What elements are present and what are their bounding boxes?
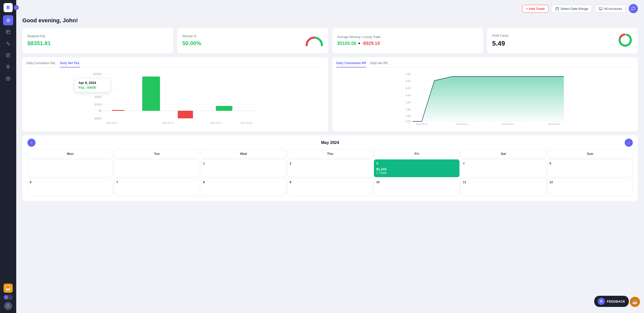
svg-text:2024-04-07: 2024-04-07 (106, 122, 118, 124)
svg-text:-$2000: -$2000 (94, 117, 102, 120)
svg-rect-35 (178, 111, 193, 118)
chat-button[interactable] (629, 4, 638, 13)
cal-day-4[interactable]: 4 (460, 159, 546, 177)
rr-chart-tabs: Daily Cumulative RR Daily Net RR (336, 61, 634, 67)
cal-day-12[interactable]: 12 (547, 178, 633, 196)
realized-pnl-value: $8351.81 (27, 40, 51, 47)
cal-header-sun: Sun (547, 149, 633, 158)
pnl-chart-card: Daily Cumulative P&L Daily Net P&L Apr 8… (22, 57, 328, 131)
sidebar-expand-button[interactable]: › (14, 5, 19, 10)
winrate-gauge (305, 35, 323, 46)
svg-text:2024-04-14: 2024-04-14 (456, 123, 468, 125)
calendar-prev-button[interactable]: ‹ (27, 139, 36, 147)
cal-day-3[interactable]: 3 $1.21K 1 Trade (374, 159, 459, 177)
coffee-button[interactable]: ☕ (630, 297, 640, 307)
profit-factor-card: Profit Factor 5.49 (487, 28, 638, 53)
all-accounts-button[interactable]: All Accounts (595, 5, 626, 13)
rr-chart-card: Daily Cumulative RR Daily Net RR 7.00 6.… (332, 57, 638, 131)
tab-daily-cumulative-rr[interactable]: Daily Cumulative RR (336, 61, 366, 67)
cal-header-sat: Sat (460, 149, 546, 158)
realized-pnl-card: Realized P&L $8351.81 (22, 28, 173, 53)
cal-day-1[interactable]: 1 (201, 159, 286, 177)
calendar-grid: Mon Tue Wed Thu Fri Sat Sun 1 2 3 $1.21K… (27, 149, 633, 196)
svg-text:5.00: 5.00 (405, 87, 410, 90)
winrate-card: Winrate % 50.00% (177, 28, 328, 53)
calendar-card: ‹ May 2024 › Mon Tue Wed Thu Fri Sat Sun… (22, 135, 638, 201)
tab-daily-net-rr[interactable]: Daily Net RR (370, 61, 388, 67)
calendar-next-button[interactable]: › (625, 139, 633, 147)
svg-text:2024-04-21: 2024-04-21 (210, 122, 222, 124)
chat-icon (631, 7, 635, 11)
svg-rect-14 (599, 7, 602, 9)
pnl-chart-tabs: Daily Cumulative P&L Daily Net P&L (26, 61, 324, 67)
cal-day-3-pnl: $1.21K (376, 167, 457, 171)
avg-winning-value: $5105.00 (337, 41, 356, 46)
svg-text:1.00: 1.00 (405, 115, 410, 117)
user-avatar[interactable] (4, 302, 12, 310)
date-range-button[interactable]: Select Date Range (552, 5, 592, 13)
feedback-button[interactable]: B FEEDBACK (594, 296, 629, 307)
sidebar-item-analytics[interactable] (3, 39, 13, 49)
sidebar-item-settings[interactable] (3, 73, 13, 84)
svg-text:2024-04-28: 2024-04-28 (240, 122, 252, 124)
calendar-title: May 2024 (321, 140, 339, 145)
sidebar-item-dashboard[interactable]: ⊞ (3, 15, 13, 25)
svg-text:7.00: 7.00 (405, 73, 410, 76)
svg-text:$0: $0 (99, 109, 102, 112)
svg-rect-36 (216, 106, 232, 111)
cal-header-mon: Mon (27, 149, 113, 158)
sidebar-badge[interactable]: ☕ (4, 284, 13, 293)
svg-text:$2000: $2000 (94, 103, 102, 106)
greeting-text: Good evening, John! (22, 17, 638, 24)
rr-chart-container: 7.00 6.00 5.00 4.00 3.00 2.00 1.00 0.00 (336, 70, 634, 127)
svg-text:$4000: $4000 (94, 96, 102, 98)
cal-day-2[interactable]: 2 (287, 159, 373, 177)
main-content: + Add Trade Select Date Range All Accoun… (16, 0, 644, 313)
svg-text:4.00: 4.00 (405, 94, 410, 97)
cal-day-11[interactable]: 11 (460, 178, 546, 196)
profit-factor-donut (618, 32, 633, 49)
cal-day-10[interactable]: 10 (374, 178, 459, 196)
cal-day-7[interactable]: 7 (114, 178, 200, 196)
add-trade-button[interactable]: + Add Trade (522, 5, 549, 13)
stats-row: Realized P&L $8351.81 Winrate % 50.00% (22, 28, 638, 53)
realized-pnl-label: Realized P&L (27, 34, 51, 38)
cal-day-8[interactable]: 8 (201, 178, 286, 196)
accounts-icon (599, 7, 602, 10)
cal-header-fri: Fri (374, 149, 459, 158)
winrate-value: 50.00% (182, 40, 201, 47)
cal-day-6[interactable]: 6 (27, 178, 113, 196)
cal-day-empty-2 (114, 159, 200, 177)
calendar-header: ‹ May 2024 › (27, 140, 633, 145)
svg-point-9 (7, 304, 9, 306)
sidebar-item-location[interactable] (3, 62, 13, 72)
tab-daily-net-pnl[interactable]: Daily Net P&L (60, 61, 80, 67)
svg-text:2024-04-07: 2024-04-07 (416, 123, 427, 125)
svg-rect-0 (6, 30, 10, 34)
sidebar-item-journal[interactable] (3, 27, 13, 37)
rr-chart-svg: 7.00 6.00 5.00 4.00 3.00 2.00 1.00 0.00 (336, 70, 634, 126)
avg-trade-label: Average Winning / Losing Trade (337, 35, 381, 39)
winrate-label: Winrate % (182, 34, 201, 38)
cal-day-empty-1 (27, 159, 113, 177)
cal-day-5[interactable]: 5 (547, 159, 633, 177)
feedback-label: FEEDBACK (607, 300, 625, 303)
tab-daily-cumulative-pnl[interactable]: Daily Cumulative P&L (26, 61, 56, 67)
svg-text:2.00: 2.00 (405, 108, 410, 111)
cal-header-thu: Thu (287, 149, 373, 158)
svg-point-8 (8, 78, 9, 79)
svg-rect-33 (112, 110, 124, 111)
separator-dot (358, 43, 360, 44)
profit-factor-value: 5.49 (492, 40, 509, 47)
theme-toggle[interactable] (4, 295, 13, 300)
svg-text:$8000: $8000 (94, 80, 102, 83)
sidebar-item-notes[interactable] (3, 50, 13, 60)
svg-text:3.00: 3.00 (405, 101, 410, 104)
svg-text:0.00: 0.00 (405, 120, 410, 123)
svg-rect-10 (556, 7, 559, 10)
svg-text:2024-04-28: 2024-04-28 (548, 123, 559, 125)
cal-day-9[interactable]: 9 (287, 178, 373, 196)
bar-chart-container: Apr 8, 2024 P&L: $9000 $10000 $8000 $600… (26, 70, 324, 127)
date-range-label: Select Date Range (560, 7, 588, 11)
sidebar: B › ⊞ ☕ (0, 0, 16, 313)
